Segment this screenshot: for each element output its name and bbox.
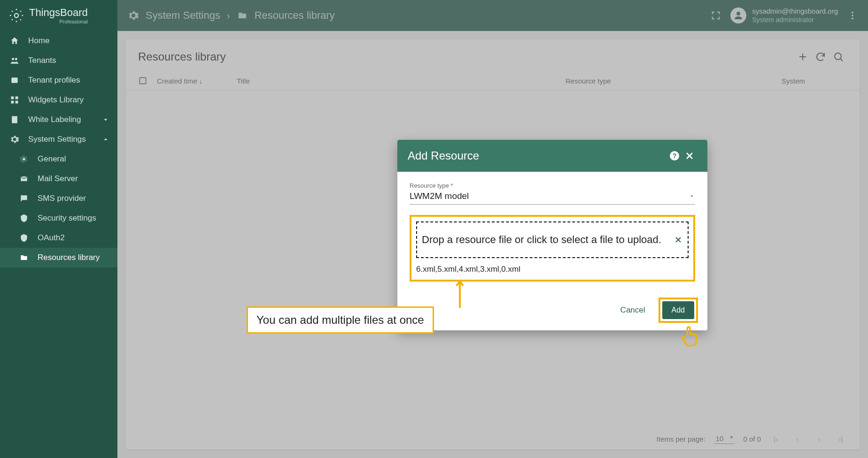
svg-rect-6 bbox=[11, 101, 14, 104]
mail-icon bbox=[19, 174, 29, 184]
dropzone-text: Drop a resource file or click to select … bbox=[422, 234, 670, 246]
sidebar-label: OAuth2 bbox=[38, 233, 65, 243]
svg-point-1 bbox=[12, 58, 14, 60]
close-icon[interactable] bbox=[682, 148, 697, 163]
sidebar-item-oauth2[interactable]: OAuth2 bbox=[0, 228, 117, 248]
sidebar-label: General bbox=[38, 154, 66, 164]
sidebar-label: Mail Server bbox=[38, 174, 78, 183]
sidebar-item-resources[interactable]: Resources library bbox=[0, 248, 117, 267]
sidebar-item-security[interactable]: Security settings bbox=[0, 208, 117, 228]
sidebar: ThingsBoard Professional Home Tenants Te… bbox=[0, 0, 117, 458]
sidebar-item-tenants[interactable]: Tenants bbox=[0, 51, 117, 70]
sidebar-label: Resources library bbox=[38, 253, 100, 262]
svg-rect-5 bbox=[16, 97, 18, 99]
help-icon[interactable]: ? bbox=[667, 148, 682, 163]
sidebar-item-tenant-profiles[interactable]: Tenant profiles bbox=[0, 70, 117, 90]
callout-tooltip: You can add multiple files at once bbox=[247, 306, 434, 334]
brand-name: ThingsBoard bbox=[29, 7, 88, 19]
shield-icon bbox=[19, 213, 29, 223]
callout-arrow-icon bbox=[453, 277, 467, 310]
folder-icon bbox=[19, 252, 29, 263]
resource-type-select[interactable]: LWM2M model bbox=[410, 189, 695, 205]
selected-files: 6.xml,5.xml,4.xml,3.xml,0.xml bbox=[416, 265, 689, 274]
pointer-hand-icon bbox=[679, 325, 701, 349]
clear-file-icon[interactable] bbox=[674, 235, 683, 244]
sidebar-label: System Settings bbox=[28, 135, 86, 144]
svg-rect-7 bbox=[16, 101, 18, 104]
sidebar-label: Tenant profiles bbox=[28, 76, 80, 85]
sidebar-label: Widgets Library bbox=[28, 95, 84, 105]
badge-icon bbox=[9, 75, 20, 85]
svg-point-2 bbox=[15, 58, 17, 60]
chevron-down-icon bbox=[101, 115, 110, 124]
sidebar-item-general[interactable]: General bbox=[0, 149, 117, 169]
add-button[interactable]: Add bbox=[662, 301, 694, 319]
gear-icon bbox=[9, 134, 20, 145]
svg-rect-4 bbox=[11, 97, 14, 99]
sidebar-label: Security settings bbox=[38, 214, 96, 223]
cancel-button[interactable]: Cancel bbox=[616, 302, 650, 319]
sidebar-item-home[interactable]: Home bbox=[0, 31, 117, 51]
settings-icon bbox=[19, 154, 29, 164]
widgets-icon bbox=[9, 95, 20, 105]
chevron-up-icon bbox=[101, 135, 110, 144]
logo: ThingsBoard Professional bbox=[0, 0, 117, 31]
svg-rect-3 bbox=[11, 77, 17, 83]
sidebar-item-system-settings[interactable]: System Settings bbox=[0, 130, 117, 149]
sidebar-item-sms[interactable]: SMS provider bbox=[0, 189, 117, 208]
resource-type-label: Resource type * bbox=[410, 182, 695, 189]
people-icon bbox=[9, 55, 20, 66]
sidebar-item-widgets[interactable]: Widgets Library bbox=[0, 90, 117, 110]
dropzone-highlight: Drop a resource file or click to select … bbox=[410, 215, 695, 282]
add-resource-modal: Add Resource ? Resource type * LWM2M mod… bbox=[397, 140, 707, 330]
svg-text:?: ? bbox=[673, 152, 677, 160]
sidebar-label: Home bbox=[28, 36, 49, 46]
palette-icon bbox=[9, 114, 20, 125]
sidebar-label: Tenants bbox=[28, 56, 56, 65]
shield-icon bbox=[19, 233, 29, 243]
modal-title: Add Resource bbox=[408, 149, 667, 162]
home-icon bbox=[9, 36, 20, 46]
file-dropzone[interactable]: Drop a resource file or click to select … bbox=[416, 221, 689, 258]
sidebar-label: SMS provider bbox=[38, 194, 86, 203]
add-button-highlight: Add bbox=[659, 298, 698, 323]
select-value: LWM2M model bbox=[410, 191, 689, 201]
brand-edition: Professional bbox=[29, 19, 88, 24]
sms-icon bbox=[19, 193, 29, 204]
chevron-down-icon bbox=[689, 193, 695, 199]
sidebar-item-mail[interactable]: Mail Server bbox=[0, 169, 117, 189]
sidebar-item-white-labeling[interactable]: White Labeling bbox=[0, 110, 117, 130]
sidebar-label: White Labeling bbox=[28, 115, 81, 124]
svg-point-0 bbox=[15, 14, 19, 18]
logo-icon bbox=[8, 8, 24, 23]
